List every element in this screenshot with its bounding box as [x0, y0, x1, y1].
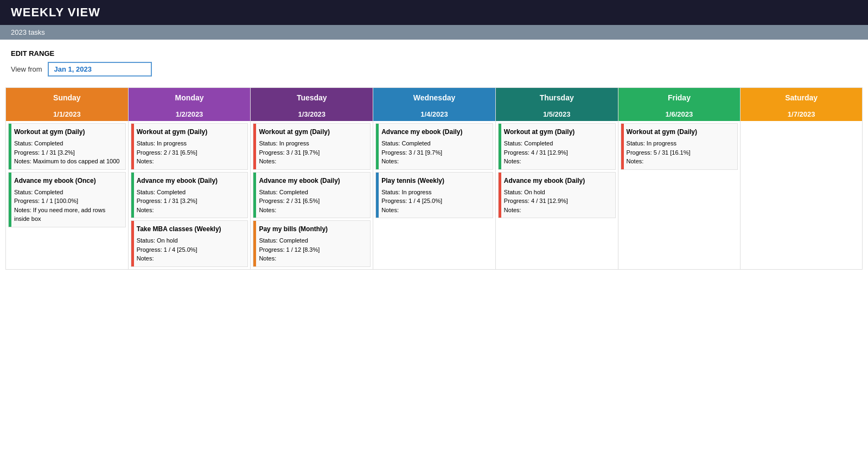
task-card[interactable]: Advance my ebook (Daily)Status: Complete… [375, 123, 493, 170]
day-date-thursday: 1/5/2023 [496, 107, 618, 121]
task-title: Workout at gym (Daily) [504, 127, 612, 137]
task-status: Status: In progress [137, 139, 245, 148]
task-notes: Notes: [137, 157, 245, 166]
day-column-wednesday: Wednesday1/4/2023Advance my ebook (Daily… [373, 87, 495, 270]
task-status: Status: Completed [259, 236, 367, 245]
day-date-wednesday: 1/4/2023 [373, 107, 495, 121]
task-notes: Notes: If you need more, add rows inside… [14, 206, 122, 224]
day-date-sunday: 1/1/2023 [6, 107, 128, 121]
day-date-monday: 1/2/2023 [129, 107, 251, 121]
day-date-tuesday: 1/3/2023 [251, 107, 373, 121]
task-progress: Progress: 1 / 4 [25.0%] [137, 245, 245, 255]
task-progress: Progress: 1 / 4 [25.0%] [381, 196, 489, 206]
edit-range-section: EDIT RANGE View from [0, 40, 868, 82]
task-progress: Progress: 4 / 31 [12.9%] [504, 148, 612, 157]
task-card[interactable]: Advance my ebook (Daily)Status: On holdP… [498, 172, 616, 219]
task-title: Advance my ebook (Daily) [381, 127, 489, 137]
task-card[interactable]: Workout at gym (Daily)Status: In progres… [131, 123, 248, 170]
day-date-saturday: 1/7/2023 [741, 107, 862, 121]
day-column-sunday: Sunday1/1/2023Workout at gym (Daily)Stat… [5, 87, 128, 270]
task-notes: Notes: [504, 157, 612, 166]
task-notes: Notes: [137, 254, 245, 263]
task-card[interactable]: Workout at gym (Daily)Status: In progres… [621, 123, 738, 170]
page-title: WEEKLY VIEW [11, 5, 857, 20]
calendar-container: Sunday1/1/2023Workout at gym (Daily)Stat… [0, 82, 868, 275]
day-header-thursday: Thursday [496, 88, 618, 107]
task-progress: Progress: 5 / 31 [16.1%] [627, 148, 735, 157]
task-notes: Notes: [504, 206, 612, 215]
day-header-wednesday: Wednesday [373, 88, 495, 107]
task-status: Status: On hold [137, 236, 245, 245]
day-date-friday: 1/6/2023 [618, 107, 741, 121]
task-progress: Progress: 1 / 31 [3.2%] [137, 196, 245, 206]
subheader-bar: 2023 tasks [0, 25, 868, 40]
task-title: Play tennis (Weekly) [381, 176, 489, 186]
day-column-saturday: Saturday1/7/2023 [740, 87, 863, 270]
day-column-friday: Friday1/6/2023Workout at gym (Daily)Stat… [618, 87, 741, 270]
task-status: Status: In progress [627, 139, 735, 148]
task-progress: Progress: 3 / 31 [9.7%] [381, 148, 489, 157]
task-status: Status: On hold [504, 188, 612, 197]
task-status: Status: In progress [259, 139, 367, 148]
task-card[interactable]: Play tennis (Weekly)Status: In progressP… [375, 172, 493, 219]
task-card[interactable]: Workout at gym (Daily)Status: In progres… [253, 123, 371, 170]
task-status: Status: Completed [259, 188, 367, 197]
task-status: Status: Completed [137, 188, 245, 197]
task-notes: Notes: [381, 157, 489, 166]
task-notes: Notes: Maximum to dos capped at 1000 [14, 157, 122, 166]
view-from-row: View from [11, 62, 857, 77]
task-notes: Notes: [381, 206, 489, 215]
task-progress: Progress: 3 / 31 [9.7%] [259, 148, 367, 157]
task-title: Advance my ebook (Daily) [259, 176, 367, 186]
day-header-saturday: Saturday [741, 88, 862, 107]
view-from-text: View from [11, 65, 42, 73]
task-progress: Progress: 1 / 1 [100.0%] [14, 196, 122, 206]
task-title: Advance my ebook (Daily) [137, 176, 245, 186]
task-notes: Notes: [259, 206, 367, 215]
task-title: Take MBA classes (Weekly) [137, 224, 245, 234]
task-title: Advance my ebook (Daily) [504, 176, 612, 186]
subtitle: 2023 tasks [11, 28, 45, 36]
task-title: Advance my ebook (Once) [14, 176, 122, 186]
task-notes: Notes: [259, 157, 367, 166]
task-card[interactable]: Workout at gym (Daily)Status: CompletedP… [8, 123, 126, 170]
day-header-tuesday: Tuesday [251, 88, 373, 107]
task-notes: Notes: [627, 157, 735, 166]
task-progress: Progress: 4 / 31 [12.9%] [504, 196, 612, 206]
task-card[interactable]: Workout at gym (Daily)Status: CompletedP… [498, 123, 616, 170]
day-header-sunday: Sunday [6, 88, 128, 107]
task-title: Workout at gym (Daily) [137, 127, 245, 137]
task-status: Status: Completed [14, 188, 122, 197]
day-column-monday: Monday1/2/2023Workout at gym (Daily)Stat… [128, 87, 251, 270]
task-status: Status: In progress [381, 188, 489, 197]
calendar-grid: Sunday1/1/2023Workout at gym (Daily)Stat… [5, 87, 863, 270]
day-header-friday: Friday [618, 88, 741, 107]
task-progress: Progress: 2 / 31 [6.5%] [137, 148, 245, 157]
date-input[interactable] [48, 62, 152, 77]
task-card[interactable]: Take MBA classes (Weekly)Status: On hold… [131, 220, 248, 267]
task-status: Status: Completed [381, 139, 489, 148]
task-progress: Progress: 1 / 12 [8.3%] [259, 245, 367, 255]
day-column-thursday: Thursday1/5/2023Workout at gym (Daily)St… [495, 87, 618, 270]
task-title: Workout at gym (Daily) [259, 127, 367, 137]
task-progress: Progress: 1 / 31 [3.2%] [14, 148, 122, 157]
task-status: Status: Completed [14, 139, 122, 148]
header-bar: WEEKLY VIEW [0, 0, 868, 25]
task-notes: Notes: [259, 254, 367, 263]
task-title: Pay my bills (Monthly) [259, 224, 367, 234]
task-title: Workout at gym (Daily) [14, 127, 122, 137]
day-header-monday: Monday [129, 88, 251, 107]
task-card[interactable]: Advance my ebook (Daily)Status: Complete… [131, 172, 248, 219]
task-card[interactable]: Advance my ebook (Daily)Status: Complete… [253, 172, 371, 219]
task-card[interactable]: Pay my bills (Monthly)Status: CompletedP… [253, 220, 371, 267]
edit-range-label: EDIT RANGE [11, 49, 857, 58]
day-column-tuesday: Tuesday1/3/2023Workout at gym (Daily)Sta… [250, 87, 373, 270]
task-notes: Notes: [137, 206, 245, 215]
task-progress: Progress: 2 / 31 [6.5%] [259, 196, 367, 206]
task-status: Status: Completed [504, 139, 612, 148]
task-title: Workout at gym (Daily) [627, 127, 735, 137]
task-card[interactable]: Advance my ebook (Once)Status: Completed… [8, 172, 126, 227]
